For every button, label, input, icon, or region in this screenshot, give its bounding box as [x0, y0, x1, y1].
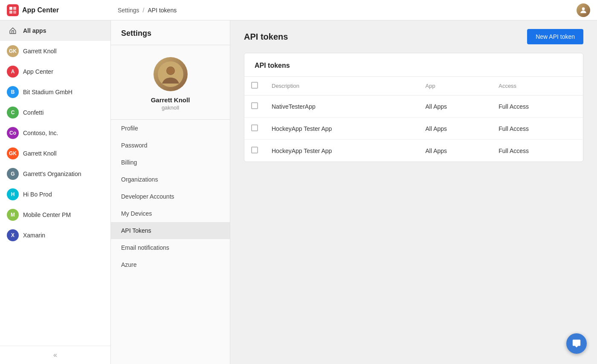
row-checkbox-2[interactable]	[251, 147, 258, 153]
settings-nav-my-devices[interactable]: My Devices	[111, 205, 230, 222]
brand-name: App Center	[22, 6, 59, 14]
settings-nav-email-notifications[interactable]: Email notifications	[111, 239, 230, 256]
sidebar-item-label-garrett-knoll-2: Garrett Knoll	[23, 150, 57, 157]
settings-nav-api-tokens[interactable]: API Tokens	[111, 222, 230, 239]
sidebar-item-label-hi-bo-prod: Hi Bo Prod	[23, 191, 52, 198]
sidebar-avatar-hi-bo-prod: H	[7, 188, 19, 200]
sidebar-item-hi-bo-prod[interactable]: H Hi Bo Prod	[0, 184, 110, 205]
row-app-2: All Apps	[419, 140, 492, 162]
svg-rect-2	[9, 11, 12, 14]
sidebar-avatar-contoso: Co	[7, 127, 19, 139]
sidebar-avatar-bit-stadium: B	[7, 86, 19, 98]
row-checkbox-cell-1	[244, 118, 265, 140]
sidebar: All apps GK Garrett Knoll A App Center B…	[0, 20, 111, 364]
sidebar-item-label-confetti: Confetti	[23, 109, 43, 116]
api-tokens-card: API tokens Description App Access Native…	[244, 53, 583, 162]
svg-rect-1	[13, 7, 16, 10]
sidebar-item-label-bit-stadium: Bit Stadium GmbH	[23, 89, 72, 95]
row-checkbox-cell-2	[244, 140, 265, 162]
sidebar-item-label-contoso: Contoso, Inc.	[23, 130, 58, 136]
sidebar-item-all-apps-label: All apps	[23, 27, 46, 34]
sidebar-avatar-garrett-knoll-2: GK	[7, 147, 19, 159]
breadcrumb-separator: /	[143, 7, 145, 14]
sidebar-item-label-app-center: App Center	[23, 68, 53, 75]
content-area: API tokens New API token API tokens Desc…	[230, 20, 597, 364]
row-access-1: Full Access	[492, 118, 583, 140]
col-header-description: Description	[265, 77, 419, 95]
home-icon	[7, 25, 19, 37]
table-row: HockeyApp Tester App All Apps Full Acces…	[244, 140, 583, 162]
top-nav: App Center Settings / API tokens	[0, 0, 597, 20]
svg-point-7	[167, 67, 174, 75]
sidebar-item-label-garrett-knoll-1: Garrett Knoll	[23, 48, 57, 55]
settings-nav-billing[interactable]: Billing	[111, 154, 230, 171]
settings-nav-developer-accounts[interactable]: Developer Accounts	[111, 188, 230, 205]
sidebar-item-confetti[interactable]: C Confetti	[0, 102, 110, 123]
settings-nav-profile[interactable]: Profile	[111, 120, 230, 137]
sidebar-item-mobile-center[interactable]: M Mobile Center PM	[0, 205, 110, 225]
settings-nav-password[interactable]: Password	[111, 137, 230, 154]
chat-button[interactable]	[566, 333, 587, 354]
col-header-access: Access	[492, 77, 583, 95]
svg-rect-0	[9, 7, 12, 10]
user-avatar[interactable]	[577, 3, 590, 17]
sidebar-avatar-app-center: A	[7, 66, 19, 78]
sidebar-item-label-xamarin: Xamarin	[23, 232, 45, 239]
sidebar-item-all-apps[interactable]: All apps	[0, 20, 110, 41]
sidebar-item-contoso[interactable]: Co Contoso, Inc.	[0, 123, 110, 143]
tokens-card-title: API tokens	[244, 53, 583, 77]
row-checkbox-cell-0	[244, 95, 265, 118]
main-layout: All apps GK Garrett Knoll A App Center B…	[0, 20, 597, 364]
col-header-app: App	[419, 77, 492, 95]
profile-avatar	[154, 57, 188, 91]
sidebar-item-garrett-knoll-1[interactable]: GK Garrett Knoll	[0, 41, 110, 61]
row-description-2: HockeyApp Tester App	[265, 140, 419, 162]
new-api-token-button[interactable]: New API token	[527, 29, 583, 44]
profile-username: gaknoll	[162, 104, 179, 111]
table-row: NativeTesterApp All Apps Full Access	[244, 95, 583, 118]
settings-nav-azure[interactable]: Azure	[111, 256, 230, 273]
settings-panel-title: Settings	[111, 20, 230, 45]
row-checkbox-0[interactable]	[251, 102, 258, 109]
sidebar-avatar-mobile-center: M	[7, 209, 19, 221]
row-checkbox-1[interactable]	[251, 124, 258, 131]
svg-rect-3	[13, 11, 16, 14]
sidebar-avatar-garrett-knoll-1: GK	[7, 45, 19, 57]
sidebar-item-label-garretts-org: Garrett's Organization	[23, 170, 81, 177]
row-access-0: Full Access	[492, 95, 583, 118]
sidebar-item-garrett-knoll-2[interactable]: GK Garrett Knoll	[0, 143, 110, 164]
select-all-checkbox[interactable]	[251, 82, 258, 89]
sidebar-avatar-confetti: C	[7, 107, 19, 118]
row-access-2: Full Access	[492, 140, 583, 162]
sidebar-item-label-mobile-center: Mobile Center PM	[23, 211, 71, 218]
sidebar-item-bit-stadium[interactable]: B Bit Stadium GmbH	[0, 82, 110, 102]
tokens-table: Description App Access NativeTesterApp A…	[244, 77, 583, 162]
row-app-0: All Apps	[419, 95, 492, 118]
svg-point-4	[582, 7, 585, 10]
breadcrumb-current: API tokens	[148, 7, 177, 14]
sidebar-item-app-center[interactable]: A App Center	[0, 61, 110, 82]
row-description-0: NativeTesterApp	[265, 95, 419, 118]
breadcrumb: Settings / API tokens	[118, 7, 577, 14]
settings-nav-organizations[interactable]: Organizations	[111, 171, 230, 188]
breadcrumb-settings[interactable]: Settings	[118, 7, 139, 14]
brand-icon	[7, 4, 19, 16]
row-description-1: HockeyApp Tester App	[265, 118, 419, 140]
sidebar-item-xamarin[interactable]: X Xamarin	[0, 225, 110, 246]
sidebar-avatar-garretts-org: G	[7, 168, 19, 180]
table-row: HockeyApp Tester App All Apps Full Acces…	[244, 118, 583, 140]
page-title: API tokens	[244, 32, 288, 42]
sidebar-collapse-button[interactable]: «	[0, 346, 110, 364]
content-header: API tokens New API token	[230, 20, 597, 53]
profile-name: Garrett Knoll	[151, 96, 190, 104]
settings-panel: Settings Garrett Knoll gaknoll ProfilePa…	[111, 20, 230, 364]
brand: App Center	[7, 4, 118, 16]
sidebar-item-garretts-org[interactable]: G Garrett's Organization	[0, 164, 110, 184]
settings-profile: Garrett Knoll gaknoll	[111, 45, 230, 120]
col-header-checkbox	[244, 77, 265, 95]
sidebar-avatar-xamarin: X	[7, 229, 19, 241]
row-app-1: All Apps	[419, 118, 492, 140]
